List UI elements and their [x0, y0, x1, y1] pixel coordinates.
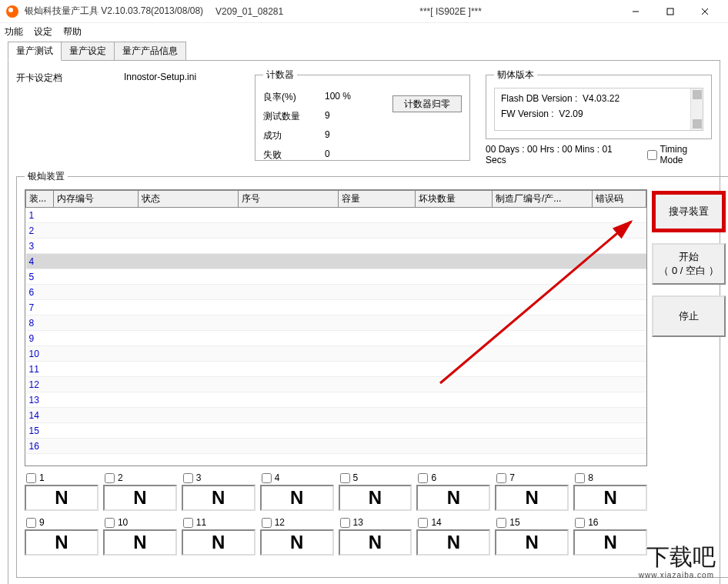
slot-checkbox[interactable]	[418, 473, 428, 483]
device-col-header[interactable]: 装...	[26, 191, 54, 208]
slot-checkbox[interactable]	[340, 473, 350, 483]
close-button[interactable]	[687, 0, 722, 23]
slot: 2N	[103, 472, 177, 511]
slot-status: N	[339, 529, 412, 556]
scroll-up-icon[interactable]	[693, 90, 702, 99]
stop-button[interactable]: 停止	[652, 295, 726, 337]
slot-status: N	[416, 529, 490, 556]
slot-checkbox[interactable]	[575, 473, 585, 483]
table-row[interactable]: 7	[26, 300, 646, 315]
flash-db-value: V4.03.22	[583, 93, 619, 104]
minimize-button[interactable]	[618, 0, 653, 23]
device-col-header[interactable]: 制造厂编号/产...	[493, 191, 593, 208]
slot: 9N	[25, 517, 99, 556]
title-sub: V209_01_08281	[215, 6, 283, 17]
table-row[interactable]: 15	[26, 423, 646, 439]
slot-number: 13	[353, 517, 363, 528]
slot-status: N	[103, 529, 177, 556]
device-col-header[interactable]: 状态	[139, 191, 239, 208]
slot-checkbox[interactable]	[496, 473, 506, 483]
slot-status: N	[182, 529, 255, 556]
timer-text: 00 Days : 00 Hrs : 00 Mins : 01 Secs	[486, 144, 633, 165]
tab-product-info[interactable]: 量产产品信息	[114, 42, 186, 61]
timing-mode-checkbox[interactable]	[647, 150, 657, 160]
tab-test[interactable]: 量产测试	[8, 42, 62, 61]
slot: 6N	[416, 472, 490, 511]
slot-checkbox[interactable]	[575, 518, 585, 528]
slot: 13N	[339, 517, 412, 556]
slot-checkbox[interactable]	[496, 518, 506, 528]
slot: 5N	[339, 472, 412, 511]
slot-checkbox[interactable]	[262, 473, 272, 483]
table-row[interactable]: 12	[26, 377, 646, 392]
slot: 14N	[416, 517, 490, 556]
fail-value: 0	[325, 149, 371, 162]
counter-reset-button[interactable]: 计数器归零	[392, 95, 462, 112]
slot: 12N	[260, 517, 334, 556]
device-col-header[interactable]: 内存编号	[54, 191, 139, 208]
table-row[interactable]: 4	[26, 254, 646, 269]
fw-value: V2.09	[559, 108, 583, 119]
slot-status: N	[25, 529, 99, 556]
title-center: ***[ IS902E ]***	[283, 6, 618, 17]
pass-value: 9	[325, 129, 371, 142]
tab-panel-test: 开卡设定档 Innostor-Setup.ini 计数器 计数器归零 良率(%)…	[8, 60, 720, 584]
slot: 11N	[182, 517, 255, 556]
slot-checkbox[interactable]	[418, 518, 428, 528]
device-col-header[interactable]: 容量	[339, 191, 416, 208]
counter-fieldset: 计数器 计数器归零 良率(%) 100 % 测试数量 9 成功 9 失败 0	[255, 68, 470, 161]
tab-settings[interactable]: 量产设定	[61, 42, 115, 61]
table-row[interactable]: 14	[26, 408, 646, 423]
device-col-header[interactable]: 错误码	[593, 191, 646, 208]
slot-checkbox[interactable]	[26, 473, 36, 483]
device-col-header[interactable]: 坏块数量	[416, 191, 493, 208]
slot-number: 10	[118, 517, 128, 528]
menu-item[interactable]: 设定	[34, 25, 52, 38]
slot-status: N	[103, 485, 177, 511]
table-row[interactable]: 2	[26, 223, 646, 239]
slot-number: 4	[275, 472, 280, 483]
table-row[interactable]: 11	[26, 362, 646, 377]
slot-number: 9	[39, 517, 45, 528]
slot-number: 2	[118, 472, 123, 483]
title-main: 银灿科技量产工具 V2.10.03.78(2013/08/08)	[25, 5, 203, 18]
timing-mode-toggle[interactable]: Timing Mode	[647, 144, 712, 165]
menu-item[interactable]: 功能	[5, 25, 23, 38]
table-row[interactable]: 6	[26, 285, 646, 300]
table-row[interactable]: 10	[26, 346, 646, 362]
table-row[interactable]: 3	[26, 239, 646, 254]
table-row[interactable]: 1	[26, 208, 646, 223]
table-row[interactable]: 16	[26, 439, 646, 454]
version-scrollbar[interactable]	[690, 88, 703, 130]
slot-status: N	[260, 485, 334, 511]
table-row[interactable]: 9	[26, 331, 646, 346]
scan-devices-button[interactable]: 搜寻装置	[652, 191, 726, 232]
device-col-header[interactable]: 序号	[239, 191, 339, 208]
slot-checkbox[interactable]	[183, 518, 193, 528]
slot-number: 16	[588, 517, 598, 528]
svg-rect-1	[667, 8, 673, 15]
slot-checkbox[interactable]	[105, 518, 115, 528]
device-table[interactable]: 装...内存编号状态序号容量坏块数量制造厂编号/产...错误码 12345678…	[25, 189, 647, 466]
maximize-button[interactable]	[653, 0, 687, 23]
table-row[interactable]: 5	[26, 269, 646, 285]
menu-item[interactable]: 帮助	[63, 25, 82, 38]
slot-number: 3	[196, 472, 202, 483]
tested-value: 9	[325, 110, 371, 123]
table-row[interactable]: 13	[26, 392, 646, 408]
slot-checkbox[interactable]	[183, 473, 193, 483]
slot-status: N	[25, 485, 99, 511]
counter-legend: 计数器	[263, 68, 297, 82]
yield-value: 100 %	[325, 91, 371, 104]
slot-checkbox[interactable]	[105, 473, 115, 483]
start-button[interactable]: 开始 （ 0 / 空白 ）	[652, 243, 726, 285]
slot-status: N	[495, 485, 569, 511]
slot-checkbox[interactable]	[26, 518, 36, 528]
scroll-down-icon[interactable]	[693, 119, 702, 128]
slot-status: N	[260, 529, 334, 556]
slot-checkbox[interactable]	[262, 518, 272, 528]
slot-checkbox[interactable]	[340, 518, 350, 528]
table-row[interactable]: 8	[26, 315, 646, 331]
slot-number: 1	[39, 472, 45, 483]
profile-value: Innostor-Setup.ini	[124, 68, 239, 82]
